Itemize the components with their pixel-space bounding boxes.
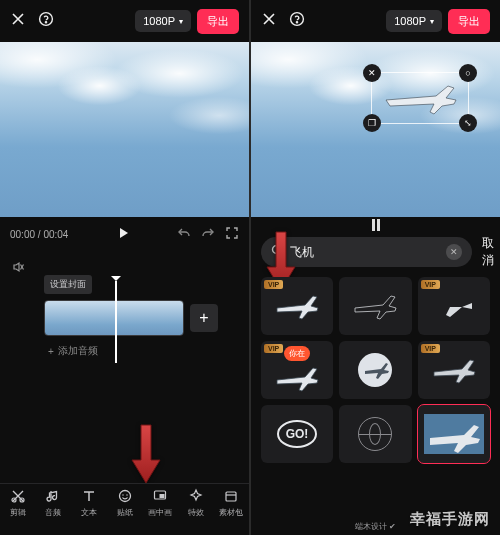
export-button[interactable]: 导出 [197, 9, 239, 34]
top-bar: 1080P ▾ 导出 [0, 0, 249, 42]
sticker-plane-white[interactable]: VIP [261, 277, 333, 335]
svg-point-1 [45, 22, 46, 23]
chevron-down-icon: ▾ [179, 17, 183, 26]
vip-badge: VIP [264, 280, 283, 289]
sticker-plane-photo[interactable] [418, 405, 490, 463]
sticker-plane-cartoon-tag[interactable]: VIP你在 [261, 341, 333, 399]
vip-badge: VIP [421, 280, 440, 289]
nav-label: 贴纸 [117, 507, 133, 518]
nav-sticker[interactable]: 贴纸 [107, 488, 143, 533]
svg-rect-12 [372, 219, 375, 231]
package-icon [223, 488, 239, 504]
nav-label: 文本 [81, 507, 97, 518]
fullscreen-button[interactable] [225, 226, 239, 242]
undo-button[interactable] [177, 226, 191, 242]
sticker-transform-box[interactable]: ✕ ○ ❐ ⤡ [371, 72, 469, 124]
nav-pip[interactable]: 画中画 [142, 488, 178, 533]
nav-effects[interactable]: 特效 [178, 488, 214, 533]
vip-badge: VIP [421, 344, 440, 353]
text-icon [81, 488, 97, 504]
scale-handle-icon[interactable]: ⤡ [459, 114, 477, 132]
nav-label: 剪辑 [10, 507, 26, 518]
scissors-icon [10, 488, 26, 504]
bottom-nav: 剪辑音频文本贴纸画中画特效素材包 [0, 483, 249, 535]
close-icon[interactable] [261, 11, 277, 31]
nav-label: 特效 [188, 507, 204, 518]
chevron-down-icon: ▾ [430, 17, 434, 26]
sticker-plane-round[interactable] [339, 341, 411, 399]
pip-icon [152, 488, 168, 504]
sticker-plane-side[interactable]: VIP [418, 341, 490, 399]
editor-pane: 1080P ▾ 导出 00:00 / 00:04 [0, 0, 249, 535]
resolution-selector[interactable]: 1080P ▾ [135, 10, 191, 32]
video-preview[interactable]: ✕ ○ ❐ ⤡ [251, 42, 500, 217]
watermark-text: 幸福手游网 [410, 510, 490, 529]
vip-badge: VIP [264, 344, 283, 353]
svg-text:GO!: GO! [286, 427, 309, 441]
svg-rect-13 [377, 219, 380, 231]
nav-music[interactable]: 音频 [36, 488, 72, 533]
sticker-pane: 1080P ▾ 导出 ✕ ○ ❐ ⤡ [249, 0, 500, 535]
mute-toggle[interactable] [12, 261, 237, 273]
sticker-grid: VIPVIPVIP你在VIPGO! [251, 277, 500, 493]
creator-credit: 端木设计 [355, 522, 387, 531]
cover-chip[interactable]: 设置封面 [44, 275, 92, 294]
svg-point-5 [122, 494, 123, 495]
svg-point-4 [119, 491, 130, 502]
time-total: 00:04 [43, 229, 68, 240]
play-controls: 00:00 / 00:04 [0, 217, 249, 251]
help-icon[interactable] [38, 11, 54, 31]
effects-icon [188, 488, 204, 504]
help-icon[interactable] [289, 11, 305, 31]
cancel-button[interactable]: 取消 [482, 235, 494, 269]
svg-rect-9 [226, 492, 236, 501]
sticker-go-stamp[interactable]: GO! [261, 405, 333, 463]
sticker-globe[interactable] [339, 405, 411, 463]
add-clip-button[interactable]: + [190, 304, 218, 332]
resolution-label: 1080P [394, 15, 426, 27]
resolution-label: 1080P [143, 15, 175, 27]
playhead[interactable] [115, 281, 117, 363]
svg-rect-18 [424, 414, 484, 454]
nav-package[interactable]: 素材包 [213, 488, 249, 533]
plane-sticker[interactable] [372, 73, 468, 123]
nav-scissors[interactable]: 剪辑 [0, 488, 36, 533]
export-button[interactable]: 导出 [448, 9, 490, 34]
svg-point-6 [126, 494, 127, 495]
video-preview[interactable] [0, 42, 249, 217]
edit-handle-icon[interactable]: ○ [459, 64, 477, 82]
nav-label: 素材包 [219, 507, 243, 518]
nav-label: 音频 [45, 507, 61, 518]
nav-text[interactable]: 文本 [71, 488, 107, 533]
resolution-selector[interactable]: 1080P ▾ [386, 10, 442, 32]
add-audio-label: 添加音频 [58, 344, 98, 358]
add-audio-row[interactable]: + 添加音频 [48, 344, 237, 358]
clear-search-icon[interactable]: ✕ [446, 244, 462, 260]
tutorial-arrow-icon [130, 423, 162, 485]
play-button[interactable] [116, 226, 130, 242]
delete-handle-icon[interactable]: ✕ [363, 64, 381, 82]
sticker-plane-outline[interactable] [339, 277, 411, 335]
copy-handle-icon[interactable]: ❐ [363, 114, 381, 132]
svg-point-11 [296, 22, 297, 23]
close-icon[interactable] [10, 11, 26, 31]
search-input[interactable] [290, 245, 440, 259]
music-icon [45, 488, 61, 504]
sticker-plane-silhouette[interactable]: VIP [418, 277, 490, 335]
checkmark-icon: ✔ [389, 522, 396, 531]
redo-button[interactable] [201, 226, 215, 242]
timeline[interactable]: 设置封面 + + 添加音频 [0, 251, 249, 361]
time-readout: 00:00 / 00:04 [10, 229, 68, 240]
sticker-icon [117, 488, 133, 504]
nav-label: 画中画 [148, 507, 172, 518]
svg-rect-8 [160, 494, 165, 498]
time-current: 00:00 [10, 229, 35, 240]
top-bar: 1080P ▾ 导出 [251, 0, 500, 42]
